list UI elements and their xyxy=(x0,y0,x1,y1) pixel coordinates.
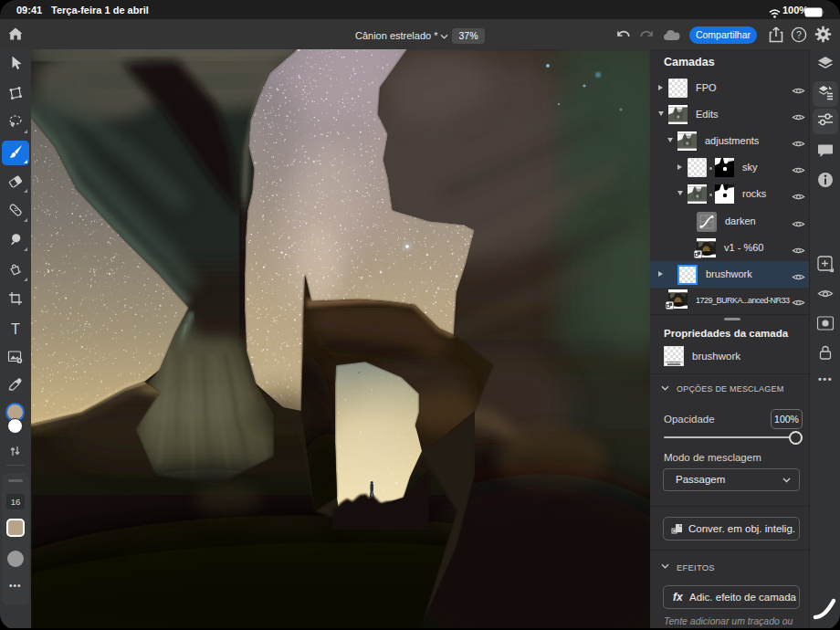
svg-text:?: ? xyxy=(796,29,802,40)
